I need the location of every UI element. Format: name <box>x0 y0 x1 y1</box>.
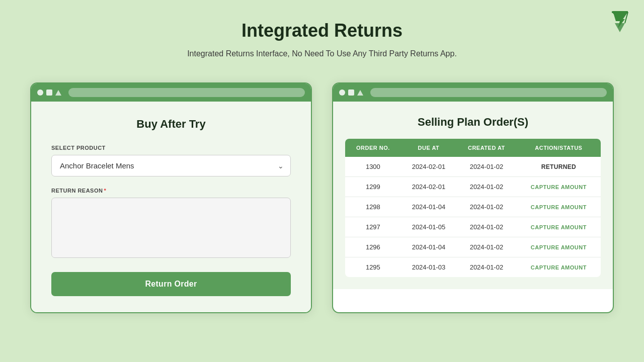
capture-amount-link[interactable]: CAPTURE AMOUNT <box>531 224 587 230</box>
table-row: 12962024-01-042024-01-02CAPTURE AMOUNT <box>345 237 601 257</box>
table-row: 12992024-02-012024-01-02CAPTURE AMOUNT <box>345 177 601 197</box>
col-created-at: CREATED AT <box>456 139 517 157</box>
cell-order-no: 1299 <box>345 177 401 197</box>
cell-action[interactable]: CAPTURE AMOUNT <box>517 237 601 257</box>
browser-dot-r3 <box>357 90 363 96</box>
cell-order-no: 1298 <box>345 197 401 217</box>
cell-order-no: 1296 <box>345 237 401 257</box>
cell-action[interactable]: CAPTURE AMOUNT <box>517 257 601 278</box>
table-header: ORDER NO. DUE AT CREATED AT ACTION/STATU… <box>345 139 601 157</box>
cell-created-at: 2024-01-02 <box>456 177 517 197</box>
cell-due-at: 2024-02-01 <box>401 177 456 197</box>
capture-amount-link[interactable]: CAPTURE AMOUNT <box>531 204 587 210</box>
browser-dot-1 <box>37 89 43 96</box>
cell-action[interactable]: CAPTURE AMOUNT <box>517 197 601 217</box>
cell-due-at: 2024-01-05 <box>401 217 456 237</box>
cell-order-no: 1300 <box>345 157 401 177</box>
select-product-label: SELECT PRODUCT <box>51 145 291 151</box>
capture-amount-link[interactable]: CAPTURE AMOUNT <box>531 264 587 270</box>
table-row: 12982024-01-042024-01-02CAPTURE AMOUNT <box>345 197 601 217</box>
cell-created-at: 2024-01-02 <box>456 257 517 278</box>
left-url-bar <box>68 88 305 97</box>
cell-created-at: 2024-01-02 <box>456 157 517 177</box>
cell-created-at: 2024-01-02 <box>456 217 517 237</box>
right-panel-content: Selling Plan Order(S) ORDER NO. DUE AT C… <box>333 102 613 289</box>
col-order-no: ORDER NO. <box>345 139 401 157</box>
browser-dot-r2 <box>348 89 354 96</box>
cell-created-at: 2024-01-02 <box>456 237 517 257</box>
cell-due-at: 2024-02-01 <box>401 157 456 177</box>
product-select-wrapper: Anchor Bracelet Mens ⌄ <box>51 155 291 176</box>
cell-order-no: 1295 <box>345 257 401 278</box>
table-row: 12952024-01-032024-01-02CAPTURE AMOUNT <box>345 257 601 278</box>
return-reason-textarea[interactable] <box>51 198 291 258</box>
cell-due-at: 2024-01-04 <box>401 197 456 217</box>
col-action-status: ACTION/STATUS <box>517 139 601 157</box>
right-browser-bar <box>333 83 613 102</box>
cell-action[interactable]: CAPTURE AMOUNT <box>517 177 601 197</box>
selling-plan-title: Selling Plan Order(S) <box>345 116 601 129</box>
cell-order-no: 1297 <box>345 217 401 237</box>
right-panel: Selling Plan Order(S) ORDER NO. DUE AT C… <box>332 82 614 313</box>
cell-action[interactable]: CAPTURE AMOUNT <box>517 217 601 237</box>
logo <box>608 8 632 32</box>
panels-row: Buy After Try SELECT PRODUCT Anchor Brac… <box>30 82 614 313</box>
browser-dot-r1 <box>339 89 345 96</box>
orders-table: ORDER NO. DUE AT CREATED AT ACTION/STATU… <box>345 139 601 277</box>
capture-amount-link[interactable]: CAPTURE AMOUNT <box>531 184 587 190</box>
cell-created-at: 2024-01-02 <box>456 197 517 217</box>
return-reason-label: RETURN REASON* <box>51 188 291 194</box>
product-select[interactable]: Anchor Bracelet Mens <box>51 155 291 176</box>
left-panel-content: Buy After Try SELECT PRODUCT Anchor Brac… <box>31 102 311 312</box>
buy-after-try-title: Buy After Try <box>51 118 291 131</box>
page-title: Integrated Returns <box>242 20 403 41</box>
table-row: 12972024-01-052024-01-02CAPTURE AMOUNT <box>345 217 601 237</box>
cell-action: RETURNED <box>517 157 601 177</box>
page-subtitle: Integrated Returns Interface, No Need To… <box>187 49 457 58</box>
table-row: 13002024-02-012024-01-02RETURNED <box>345 157 601 177</box>
browser-dot-2 <box>46 89 52 96</box>
cell-due-at: 2024-01-04 <box>401 237 456 257</box>
left-panel: Buy After Try SELECT PRODUCT Anchor Brac… <box>30 82 312 313</box>
browser-dot-3 <box>55 90 61 96</box>
cell-due-at: 2024-01-03 <box>401 257 456 278</box>
right-url-bar <box>370 88 607 97</box>
capture-amount-link[interactable]: CAPTURE AMOUNT <box>531 244 587 250</box>
required-indicator: * <box>104 188 106 194</box>
return-order-button[interactable]: Return Order <box>51 272 291 296</box>
orders-tbody: 13002024-02-012024-01-02RETURNED12992024… <box>345 157 601 277</box>
status-returned-badge: RETURNED <box>541 163 576 170</box>
left-browser-bar <box>31 83 311 102</box>
col-due-at: DUE AT <box>401 139 456 157</box>
